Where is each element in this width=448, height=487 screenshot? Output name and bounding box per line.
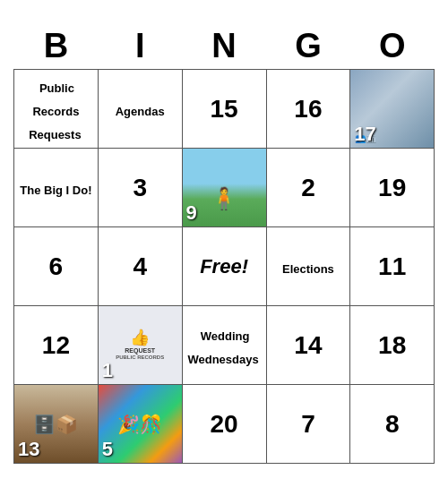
bingo-cell-r0-c0: Public Records Requests — [14, 70, 99, 149]
cell-number-r0-c2: 15 — [210, 95, 237, 123]
bingo-cell-r1-c0: The Big I Do! — [14, 149, 99, 227]
cell-image-r3-c1: 👍 REQUEST PUBLIC RECORDS 1 — [99, 306, 182, 384]
cell-text-r1-c0: The Big I Do! — [18, 182, 93, 199]
bingo-cell-r1-c2: 🧍9 — [182, 149, 266, 227]
bingo-cell-r2-c1: 4 — [98, 227, 182, 306]
cell-number-r2-c1: 4 — [133, 252, 147, 280]
header-letter-o: O — [350, 23, 435, 70]
bingo-cell-r0-c1: Agendas — [98, 70, 182, 149]
bingo-header-row: BINGO — [14, 23, 435, 70]
cell-overlay-num-r3-c1: 1 — [102, 359, 113, 382]
cell-number-r2-c0: 6 — [49, 252, 64, 280]
bingo-cell-r2-c3: Elections — [266, 227, 350, 306]
cell-number-r1-c1: 3 — [133, 174, 147, 201]
cell-number-r4-c4: 8 — [385, 410, 400, 438]
bingo-cell-r4-c2: 20 — [182, 385, 266, 464]
bingo-row-0: Public Records RequestsAgendas1516👥🏛️17 — [14, 70, 435, 149]
cell-image-r1-c2: 🧍9 — [183, 149, 266, 226]
cell-text-r2-c3: Elections — [280, 261, 336, 278]
header-letter-g: G — [266, 23, 350, 70]
bingo-cell-r0-c4: 👥🏛️17 — [350, 70, 435, 149]
cell-image-r0-c4: 👥🏛️17 — [350, 70, 434, 148]
cell-overlay-num-r0-c4: 17 — [354, 123, 375, 146]
cell-image-r4-c1: 🎉🎊5 — [99, 385, 182, 463]
bingo-cell-r1-c1: 3 — [98, 149, 182, 227]
bingo-cell-r1-c4: 19 — [350, 149, 435, 227]
cell-number-r3-c3: 14 — [294, 331, 322, 359]
header-letter-b: B — [14, 23, 99, 70]
header-letter-i: I — [98, 23, 182, 70]
bingo-cell-r0-c2: 15 — [182, 70, 266, 149]
cell-number-r2-c4: 11 — [378, 252, 406, 280]
bingo-cell-r2-c0: 6 — [14, 227, 99, 306]
bingo-cell-r4-c3: 7 — [266, 385, 350, 464]
cell-number-r0-c3: 16 — [294, 95, 322, 123]
cell-overlay-num-r4-c1: 5 — [102, 438, 113, 461]
bingo-cell-r3-c4: 18 — [350, 306, 435, 385]
bingo-cell-r2-c2: Free! — [182, 227, 266, 306]
cell-number-r3-c0: 12 — [42, 331, 70, 359]
bingo-row-4: 🗄️📦13🎉🎊52078 — [14, 385, 435, 464]
bingo-cell-r3-c0: 12 — [14, 306, 99, 385]
cell-number-r1-c4: 19 — [378, 174, 406, 201]
cell-number-r4-c2: 20 — [210, 410, 237, 438]
cell-overlay-num-r4-c0: 13 — [18, 438, 39, 461]
bingo-cell-r0-c3: 16 — [266, 70, 350, 149]
bingo-row-1: The Big I Do!3🧍9219 — [14, 149, 435, 227]
bingo-card: BINGO Public Records RequestsAgendas1516… — [13, 23, 435, 464]
header-letter-n: N — [182, 23, 266, 70]
cell-number-r4-c3: 7 — [301, 410, 315, 438]
bingo-cell-r1-c3: 2 — [266, 149, 350, 227]
bingo-cell-r3-c1: 👍 REQUEST PUBLIC RECORDS 1 — [98, 306, 182, 385]
bingo-cell-r4-c0: 🗄️📦13 — [14, 385, 99, 464]
bingo-cell-r3-c3: 14 — [266, 306, 350, 385]
bingo-row-3: 12 👍 REQUEST PUBLIC RECORDS 1Wedding Wed… — [14, 306, 435, 385]
cell-image-r4-c0: 🗄️📦13 — [14, 385, 98, 463]
bingo-cell-r3-c2: Wedding Wednesdays — [182, 306, 266, 385]
bingo-cell-r4-c1: 🎉🎊5 — [98, 385, 182, 464]
cell-number-r1-c3: 2 — [301, 174, 315, 201]
cell-number-r3-c4: 18 — [378, 331, 406, 359]
bingo-row-2: 64Free!Elections11 — [14, 227, 435, 306]
cell-overlay-num-r1-c2: 9 — [186, 201, 197, 225]
bingo-cell-r4-c4: 8 — [350, 385, 435, 464]
cell-text-r0-c1: Agendas — [114, 103, 167, 120]
cell-text-r3-c2: Wedding Wednesdays — [187, 328, 260, 368]
cell-text-r0-c0: Public Records Requests — [29, 80, 83, 143]
cell-free: Free! — [200, 255, 248, 278]
bingo-cell-r2-c4: 11 — [350, 227, 435, 306]
